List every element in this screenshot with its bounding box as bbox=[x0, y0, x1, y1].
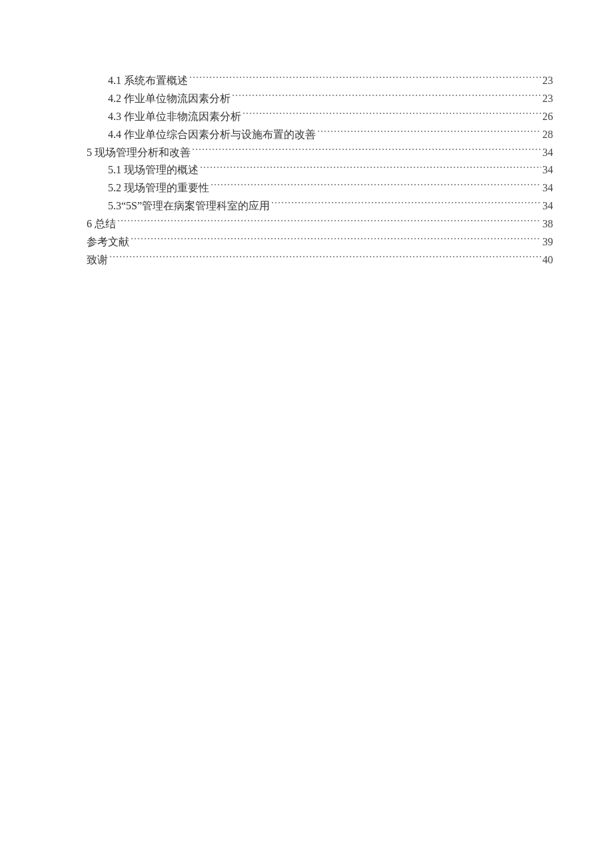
toc-entry-page: 40 bbox=[542, 251, 553, 269]
toc-entry-page: 34 bbox=[542, 179, 553, 197]
toc-leader-dots bbox=[317, 126, 541, 138]
toc-entry-label: 6 总结 bbox=[87, 215, 116, 233]
toc-entry[interactable]: 参考文献39 bbox=[87, 233, 553, 251]
toc-leader-dots bbox=[109, 251, 541, 263]
toc-entry[interactable]: 6 总结38 bbox=[87, 215, 553, 233]
toc-entry[interactable]: 5.3“5S”管理在病案管理科室的应用34 bbox=[87, 197, 553, 215]
toc-entry-label: 参考文献 bbox=[87, 233, 129, 251]
toc-entry-label: 4.2 作业单位物流因素分析 bbox=[108, 90, 231, 108]
toc-leader-dots bbox=[271, 198, 541, 210]
toc-entry[interactable]: 4.1 系统布置概述23 bbox=[87, 72, 553, 90]
toc-entry-page: 28 bbox=[542, 126, 553, 144]
toc-entry[interactable]: 4.2 作业单位物流因素分析23 bbox=[87, 90, 553, 108]
toc-entry[interactable]: 5 现场管理分析和改善34 bbox=[87, 144, 553, 162]
toc-leader-dots bbox=[192, 144, 541, 156]
toc-entry-page: 26 bbox=[542, 108, 553, 126]
toc-entry[interactable]: 5.2 现场管理的重要性34 bbox=[87, 179, 553, 197]
toc-entry-label: 5.3“5S”管理在病案管理科室的应用 bbox=[108, 197, 270, 215]
toc-leader-dots bbox=[232, 90, 541, 102]
toc-leader-dots bbox=[189, 72, 541, 84]
toc-entry-page: 38 bbox=[542, 215, 553, 233]
toc-entry-label: 5 现场管理分析和改善 bbox=[87, 144, 191, 162]
toc-leader-dots bbox=[211, 180, 541, 192]
toc-entry[interactable]: 致谢40 bbox=[87, 251, 553, 269]
toc-entry-page: 23 bbox=[542, 90, 553, 108]
toc-entry-label: 5.2 现场管理的重要性 bbox=[108, 179, 209, 197]
toc-entry-label: 4.1 系统布置概述 bbox=[108, 72, 188, 90]
toc-entry-label: 4.3 作业单位非物流因素分析 bbox=[108, 108, 241, 126]
toc-entry-page: 34 bbox=[542, 161, 553, 179]
toc-entry-page: 39 bbox=[542, 233, 553, 251]
toc-entry-page: 34 bbox=[542, 197, 553, 215]
toc-entry[interactable]: 4.3 作业单位非物流因素分析26 bbox=[87, 108, 553, 126]
toc-entry-label: 致谢 bbox=[87, 251, 108, 269]
toc-entry-label: 5.1 现场管理的概述 bbox=[108, 161, 199, 179]
toc-leader-dots bbox=[200, 162, 541, 174]
toc-entry[interactable]: 5.1 现场管理的概述34 bbox=[87, 161, 553, 179]
toc-leader-dots bbox=[131, 233, 541, 245]
toc-entry[interactable]: 4.4 作业单位综合因素分析与设施布置的改善28 bbox=[87, 126, 553, 144]
toc-leader-dots bbox=[117, 215, 541, 227]
toc-entry-label: 4.4 作业单位综合因素分析与设施布置的改善 bbox=[108, 126, 316, 144]
toc-entry-page: 34 bbox=[542, 144, 553, 162]
toc-entry-page: 23 bbox=[542, 72, 553, 90]
table-of-contents: 4.1 系统布置概述234.2 作业单位物流因素分析234.3 作业单位非物流因… bbox=[87, 72, 553, 269]
toc-leader-dots bbox=[243, 108, 541, 120]
